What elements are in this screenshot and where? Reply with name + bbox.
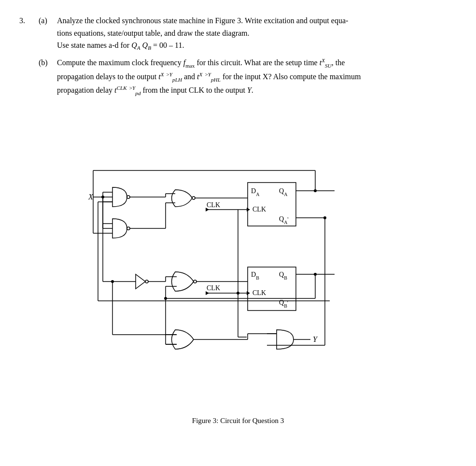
part-a-line2: tions equations, state/output table, and… [57,27,348,40]
y-label: Y [313,335,318,343]
svg-point-71 [101,196,104,198]
part-a-line1: Analyze the clocked synchronous state ma… [57,14,348,27]
svg-point-27 [194,280,196,283]
clk-input-label-a: CLK [207,201,220,209]
clk-a-label: CLK [252,206,266,213]
problem-number: 3. [19,14,34,27]
figure-caption: Figure 3: Circuit for Question 3 [192,417,284,425]
part-b-line2: propagation delays to the output tX >YpL… [57,71,361,84]
circuit-diagram: X [64,108,412,407]
part-a-label: (a) [39,14,53,27]
problem-section: 3. (a) Analyze the clocked synchronous s… [19,14,457,98]
part-a-line3: Use state names a-d for QA QB = 00 – 11. [57,39,348,53]
svg-point-7 [127,227,130,230]
svg-marker-60 [136,274,145,289]
svg-point-61 [145,280,148,283]
clk-b-label: CLK [252,289,266,297]
part-b-label: (b) [39,56,53,69]
svg-point-11 [192,197,195,199]
part-b-line1: Compute the maximum clock frequency fmax… [57,56,361,70]
clk-input-label-b: CLK [207,284,220,292]
figure-container: X [19,108,457,425]
svg-point-3 [127,196,130,198]
part-b-line3: propagation delay tCLK >Ypd from the inp… [57,84,361,98]
svg-marker-79 [206,291,209,295]
x-label: X [88,193,94,201]
